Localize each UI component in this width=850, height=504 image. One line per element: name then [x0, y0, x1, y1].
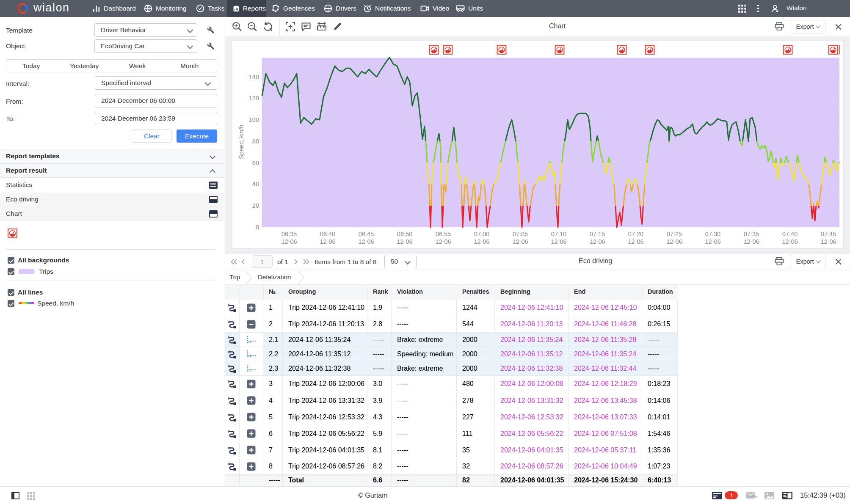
svg-text:100: 100 — [249, 116, 259, 123]
svg-text:12-06: 12-06 — [281, 238, 297, 245]
svg-text:60: 60 — [252, 160, 259, 166]
svg-text:12-06: 12-06 — [820, 238, 836, 245]
svg-text:120: 120 — [249, 95, 259, 102]
svg-text:07:20: 07:20 — [628, 231, 643, 237]
svg-text:12-06: 12-06 — [512, 238, 528, 245]
svg-text:07:15: 07:15 — [590, 231, 605, 237]
svg-text:Speed, km/h: Speed, km/h — [238, 124, 245, 159]
svg-text:12-06: 12-06 — [435, 238, 451, 245]
svg-text:0: 0 — [256, 224, 259, 231]
svg-text:07:05: 07:05 — [513, 231, 528, 237]
svg-text:12-06: 12-06 — [551, 238, 566, 245]
svg-text:12-06: 12-06 — [705, 238, 720, 245]
svg-text:06:50: 06:50 — [397, 231, 412, 237]
svg-text:20: 20 — [252, 202, 259, 209]
svg-text:06:35: 06:35 — [281, 231, 297, 237]
svg-text:12-06: 12-06 — [782, 238, 798, 245]
svg-text:12-06: 12-06 — [743, 238, 759, 245]
svg-text:06:55: 06:55 — [436, 231, 451, 237]
svg-text:07:30: 07:30 — [705, 231, 720, 237]
svg-text:12-06: 12-06 — [320, 238, 335, 245]
svg-text:12-06: 12-06 — [589, 238, 605, 245]
svg-text:12-06: 12-06 — [628, 238, 643, 245]
svg-text:07:25: 07:25 — [667, 231, 682, 237]
svg-text:07:40: 07:40 — [782, 231, 798, 237]
svg-text:140: 140 — [249, 74, 259, 80]
svg-text:12-06: 12-06 — [358, 238, 374, 245]
svg-text:12-06: 12-06 — [397, 238, 412, 245]
svg-text:07:45: 07:45 — [821, 231, 836, 237]
svg-text:07:00: 07:00 — [474, 231, 489, 237]
svg-text:12-06: 12-06 — [666, 238, 682, 245]
svg-text:06:40: 06:40 — [320, 231, 335, 237]
svg-text:07:35: 07:35 — [744, 231, 759, 237]
svg-text:07:10: 07:10 — [551, 231, 566, 237]
svg-text:06:45: 06:45 — [359, 231, 374, 237]
svg-text:12-06: 12-06 — [474, 238, 489, 245]
svg-text:40: 40 — [252, 181, 259, 187]
svg-text:80: 80 — [252, 138, 259, 145]
